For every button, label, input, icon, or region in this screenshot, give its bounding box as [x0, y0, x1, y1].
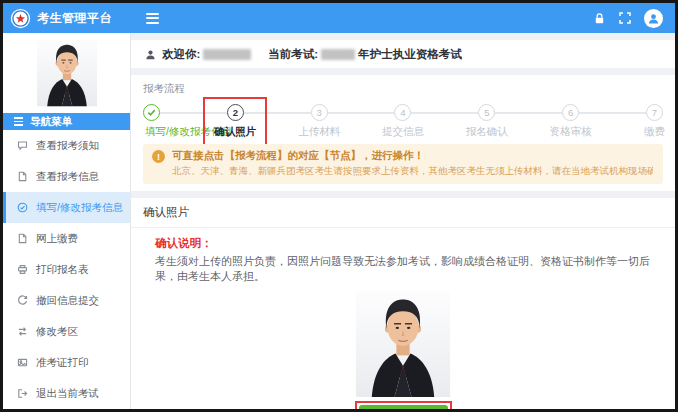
process-title: 报考流程	[143, 82, 663, 96]
step-4-label[interactable]: 提交信息	[382, 125, 424, 139]
main-content: 欢迎你: 当前考试: 年护士执业资格考试 报考流程 2	[131, 33, 675, 409]
redacted-candidate-name	[203, 49, 251, 60]
process-stepper: 2 3 4 5 6 7 填写/修改报考信息 确认照片	[143, 104, 663, 138]
lock-icon[interactable]	[593, 12, 606, 25]
notice-box: ! 可直接点击【报考流程】的对应【节点】，进行操作！ 北京、天津、青海、新疆兵团…	[143, 144, 663, 184]
warning-icon: !	[152, 150, 165, 163]
sidebar-item-withdraw-submission[interactable]: 撤回信息提交	[3, 285, 130, 316]
step-6-label[interactable]: 资格审核	[550, 125, 592, 139]
step-6-circle[interactable]: 6	[562, 104, 579, 121]
step-3-circle[interactable]: 3	[311, 104, 328, 121]
step-connector	[244, 112, 311, 114]
document-icon	[17, 233, 28, 244]
menu-bars-icon	[14, 117, 23, 126]
notice-line2: 北京、天津、青海、新疆兵团考区考生请按照要求上传资料，其他考区考生无须上传材料，…	[172, 165, 653, 178]
top-bar: 考生管理平台	[3, 3, 675, 33]
hamburger-icon[interactable]	[146, 13, 159, 24]
current-exam-label: 当前考试:	[268, 47, 318, 62]
confirm-photo-panel: 确认照片 确认说明： 考生须对上传的照片负责，因照片问题导致无法参加考试，影响成…	[131, 198, 675, 409]
step-2-label[interactable]: 确认照片	[214, 125, 256, 139]
top-bar-main	[131, 3, 675, 33]
sidebar: 导航菜单 查看报考须知 查看报考信息 填写/修改报考信息 网上缴费	[3, 33, 131, 409]
printer-icon	[17, 264, 28, 275]
sidebar-item-label: 准考证打印	[36, 356, 89, 370]
step-labels: 填写/修改报考信息 确认照片 上传材料 提交信息 报名确认 资格审核 缴费	[143, 125, 663, 138]
confirm-note-title: 确认说明：	[155, 236, 675, 251]
check-circle-icon	[17, 202, 28, 213]
sidebar-item-label: 网上缴费	[36, 232, 78, 246]
sidebar-item-fill-modify-info[interactable]: 填写/修改报考信息	[3, 192, 130, 223]
sidebar-item-online-payment[interactable]: 网上缴费	[3, 223, 130, 254]
sidebar-item-view-notice[interactable]: 查看报考须知	[3, 130, 130, 161]
fullscreen-icon[interactable]	[619, 12, 631, 24]
sidebar-item-label: 打印报名表	[36, 263, 89, 277]
sidebar-item-print-form[interactable]: 打印报名表	[3, 254, 130, 285]
sidebar-item-print-admission-ticket[interactable]: 准考证打印	[3, 347, 130, 378]
confirm-button-highlight-box: 确认使用照片	[355, 401, 452, 409]
sidebar-item-exit-current-exam[interactable]: 退出当前考试	[3, 378, 130, 409]
step-1-circle[interactable]	[143, 104, 160, 121]
sidebar-item-label: 修改考区	[36, 325, 78, 339]
sidebar-item-label: 查看报考信息	[36, 170, 99, 184]
step-5-label[interactable]: 报名确认	[466, 125, 508, 139]
candidate-photo-thumbnail	[37, 39, 97, 107]
sidebar-item-label: 填写/修改报考信息	[36, 201, 123, 215]
notice-line1: 可直接点击【报考流程】的对应【节点】，进行操作！	[172, 149, 653, 163]
comment-icon	[17, 140, 28, 151]
confirm-note-body: 考生须对上传的照片负责，因照片问题导致无法参加考试，影响成绩合格证明、资格证书制…	[155, 254, 661, 284]
app-window: 考生管理平台	[0, 0, 678, 412]
candidate-photo-preview	[355, 291, 451, 397]
step-4-circle[interactable]: 4	[394, 104, 411, 121]
confirm-use-photo-button[interactable]: 确认使用照片	[359, 405, 448, 409]
nav-menu-header[interactable]: 导航菜单	[3, 113, 130, 130]
sidebar-item-modify-exam-area[interactable]: 修改考区	[3, 316, 130, 347]
nav-menu-title: 导航菜单	[30, 115, 72, 129]
step-3-label[interactable]: 上传材料	[298, 125, 340, 139]
step-connector	[495, 112, 562, 114]
step-5-circle[interactable]: 5	[478, 104, 495, 121]
brand: 考生管理平台	[3, 3, 131, 33]
document-icon	[17, 171, 28, 182]
id-card-icon	[17, 357, 28, 368]
confirm-button-row: 确认使用照片	[355, 401, 452, 409]
exit-icon	[17, 388, 28, 399]
application-process-panel: 报考流程 2 3 4 5 6	[131, 75, 675, 191]
brand-title: 考生管理平台	[37, 10, 112, 27]
platform-logo-icon	[10, 8, 31, 29]
user-icon	[145, 49, 156, 60]
sidebar-item-label: 退出当前考试	[36, 387, 99, 401]
check-icon	[147, 108, 156, 117]
top-bar-actions	[593, 9, 663, 28]
sidebar-menu: 查看报考须知 查看报考信息 填写/修改报考信息 网上缴费 打印报名表	[3, 130, 130, 409]
greeting-label: 欢迎你:	[162, 47, 200, 62]
step-7-circle[interactable]: 7	[646, 104, 663, 121]
step-connector	[160, 112, 227, 114]
step-connector	[411, 112, 478, 114]
swap-icon	[17, 326, 28, 337]
confirm-panel-title: 确认照片	[131, 205, 675, 228]
welcome-bar: 欢迎你: 当前考试: 年护士执业资格考试	[131, 40, 675, 68]
step-connector	[579, 112, 646, 114]
redacted-exam-year	[321, 49, 355, 60]
exam-name: 年护士执业资格考试	[358, 47, 462, 62]
sidebar-item-label: 撤回信息提交	[36, 294, 99, 308]
undo-icon	[17, 295, 28, 306]
step-connector	[328, 112, 395, 114]
sidebar-item-view-info[interactable]: 查看报考信息	[3, 161, 130, 192]
sidebar-item-label: 查看报考须知	[36, 139, 99, 153]
step-7-label[interactable]: 缴费	[644, 125, 665, 139]
user-avatar-icon[interactable]	[644, 9, 663, 28]
step-2-circle[interactable]: 2	[227, 104, 244, 121]
